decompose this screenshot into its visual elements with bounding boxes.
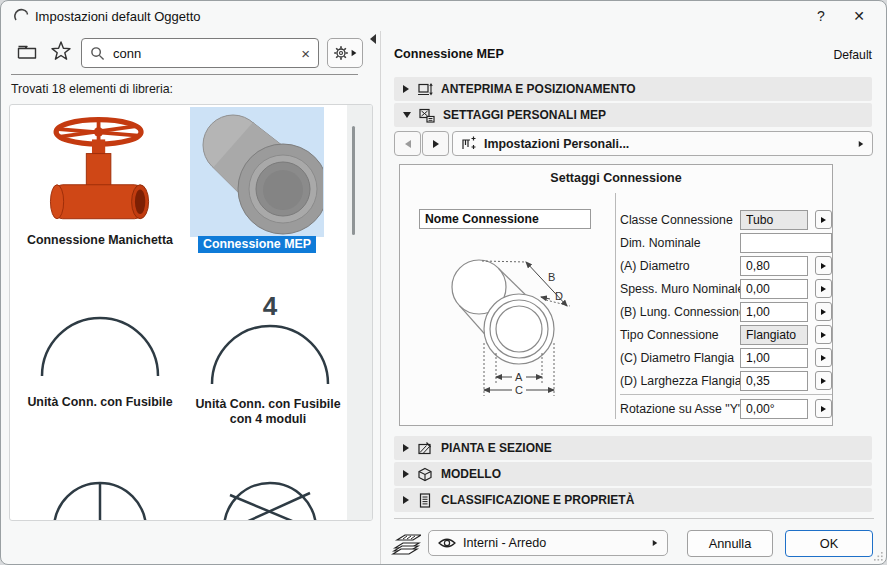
help-button[interactable]: ? (808, 6, 834, 26)
selected-object-title: Connessione MEP (394, 47, 504, 61)
rotation-separator (620, 394, 832, 395)
svg-text:A: A (515, 371, 523, 383)
spessore-muro-flyout-button[interactable] (815, 279, 832, 298)
eye-icon (438, 537, 456, 549)
circle-cross-symbol-image (200, 479, 340, 521)
svg-text:C: C (515, 384, 523, 396)
layers-icon (391, 532, 421, 555)
custom-settings-icon (419, 108, 435, 123)
toolbar-separator (11, 74, 358, 75)
cancel-button[interactable]: Annulla (687, 530, 773, 557)
larghezza-flangia-flyout-button[interactable] (815, 371, 832, 390)
param-label: Tipo Connessione (620, 325, 740, 345)
item-badge-4: 4 (195, 291, 345, 322)
search-input[interactable] (111, 45, 295, 62)
favorites-button[interactable] (48, 39, 73, 63)
preview-placement-icon (417, 82, 433, 97)
section-pianta-e-sezione[interactable]: PIANTA E SEZIONE (394, 436, 872, 460)
section-classificazione-e-proprieta[interactable]: CLASSIFICAZIONE E PROPRIETÀ (394, 488, 872, 512)
gear-icon (333, 45, 349, 61)
search-icon (90, 46, 105, 61)
custom-settings-page-dropdown[interactable]: Impostazioni Personali... (452, 131, 873, 156)
dim-nominale-field[interactable] (740, 233, 832, 253)
expand-arrow-icon (403, 85, 409, 93)
item-label[interactable]: Unità Conn. con Fusibile (15, 395, 185, 410)
selected-item-highlight: Connessione MEP (198, 236, 316, 253)
expand-arrow-icon (403, 470, 409, 478)
list-item-connessione-manichetta[interactable] (35, 113, 165, 231)
list-item-circle-cross[interactable] (200, 479, 340, 521)
spessore-muro-field[interactable] (740, 279, 808, 299)
ok-button[interactable]: OK (785, 530, 873, 557)
nav-forward-button[interactable] (422, 131, 449, 156)
footer-separator (394, 518, 874, 519)
layer-name: Interni - Arredo (463, 536, 645, 550)
connection-name-field[interactable] (419, 209, 591, 229)
clear-search-icon[interactable]: × (301, 45, 310, 62)
section-anteprima-e-posizionamento[interactable]: ANTEPRIMA E POSIZIONAMENTO (394, 77, 872, 101)
object-settings-dialog: Impostazioni default Oggetto ? ✕ × (0, 0, 887, 565)
item-label[interactable]: Unità Conn. con Fusibile con 4 moduli (188, 397, 348, 427)
tipo-connessione-field[interactable] (740, 325, 808, 345)
classe-connessione-field[interactable] (740, 210, 808, 230)
library-items-list[interactable]: Connessione Manichetta Connessione MEP U… (9, 104, 373, 521)
param-label: Dim. Nominale (620, 233, 740, 253)
larghezza-flangia-field[interactable] (740, 371, 808, 391)
back-arrow-icon (405, 140, 411, 148)
svg-text:B: B (548, 271, 555, 283)
expand-arrow-icon (403, 444, 409, 452)
diametro-field[interactable] (740, 256, 808, 276)
floorplan-section-icon (417, 441, 433, 456)
diametro-flangia-flyout-button[interactable] (815, 348, 832, 367)
personal-settings-icon (461, 136, 477, 151)
flyout-arrow-icon (821, 355, 826, 361)
model-3d-box-icon (417, 467, 433, 482)
properties-document-icon (417, 493, 433, 508)
list-item-circle-line[interactable] (30, 479, 170, 521)
rotazione-flyout-button[interactable] (815, 399, 832, 418)
diametro-flyout-button[interactable] (815, 256, 832, 275)
search-box[interactable]: × (81, 38, 319, 68)
flyout-arrow-icon (352, 50, 357, 56)
collapse-arrow-icon (403, 112, 411, 118)
expand-arrow-icon (403, 496, 409, 504)
pipe-dimension-diagram: B D A C (424, 243, 624, 411)
list-item-connessione-mep[interactable] (190, 107, 324, 237)
dropdown-label: Impostazioni Personali... (484, 137, 851, 151)
flyout-arrow-icon (821, 378, 826, 384)
list-scrollbar-thumb[interactable] (352, 126, 355, 235)
flyout-arrow-icon (821, 263, 826, 269)
search-settings-button[interactable] (327, 38, 363, 68)
rotazione-asse-y-field[interactable] (740, 399, 808, 419)
flyout-arrow-icon (821, 406, 826, 412)
diametro-flangia-field[interactable] (740, 348, 808, 368)
param-label: Spess. Muro Nominale (620, 279, 740, 299)
arc-symbol-image (25, 315, 175, 377)
flyout-arrow-icon (821, 286, 826, 292)
list-item-unita-conn-fusibile-4[interactable] (195, 323, 345, 385)
item-label-selected[interactable]: Connessione MEP (190, 236, 324, 253)
layer-selector-dropdown[interactable]: Interni - Arredo (428, 530, 668, 556)
section-modello[interactable]: MODELLO (394, 462, 872, 486)
param-label: (A) Diametro (620, 256, 740, 276)
folder-view-button[interactable] (15, 41, 39, 63)
nav-back-button[interactable] (394, 131, 421, 156)
param-label: (D) Larghezza Flangia (620, 371, 740, 391)
list-scrollbar-track[interactable] (347, 105, 372, 520)
section-settaggi-personali-mep[interactable]: SETTAGGI PERSONALI MEP (394, 103, 872, 127)
resize-grip[interactable] (873, 551, 883, 561)
param-label: Rotazione su Asse "Y" (620, 399, 740, 419)
close-button[interactable]: ✕ (846, 6, 872, 26)
lunghezza-connessione-flyout-button[interactable] (815, 302, 832, 321)
flyout-arrow-icon (821, 332, 826, 338)
arc-symbol-image (195, 323, 345, 385)
title-bar[interactable]: Impostazioni default Oggetto ? ✕ (1, 1, 886, 31)
lunghezza-connessione-field[interactable] (740, 302, 808, 322)
classe-connessione-flyout-button[interactable] (815, 210, 832, 229)
dialog-title: Impostazioni default Oggetto (35, 9, 201, 24)
collapse-panel-icon[interactable] (370, 34, 376, 44)
flyout-arrow-icon (821, 217, 826, 223)
tipo-connessione-flyout-button[interactable] (815, 325, 832, 344)
list-item-unita-conn-fusibile[interactable] (25, 315, 175, 377)
item-label[interactable]: Connessione Manichetta (12, 233, 188, 248)
